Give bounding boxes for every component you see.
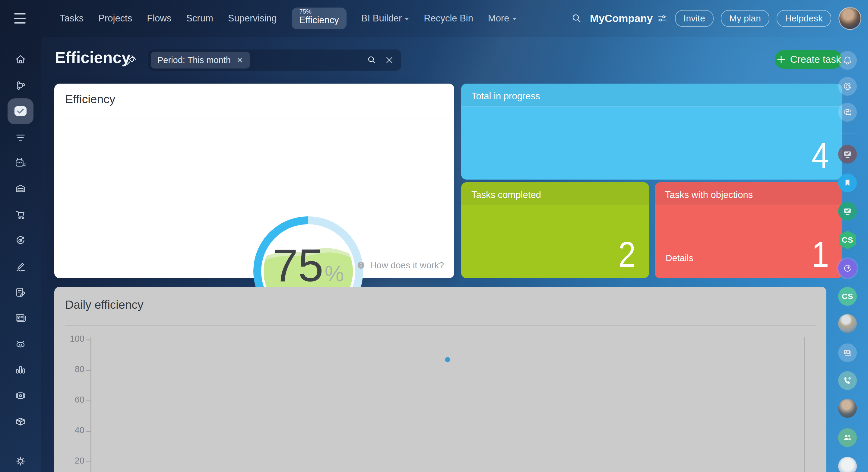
- sidebar-item-settings[interactable]: [14, 455, 27, 468]
- notifications-bell-icon[interactable]: [838, 51, 857, 70]
- efficiency-card-title: Efficiency: [65, 93, 115, 106]
- y-tick-label: 80: [65, 364, 85, 374]
- sidebar-item-id-card[interactable]: [14, 312, 27, 324]
- sidebar-item-reports[interactable]: [14, 363, 27, 376]
- helpdesk-button[interactable]: Helpdesk: [777, 10, 831, 27]
- total-in-progress-title: Total in progress: [471, 91, 540, 102]
- sidebar-item-bot[interactable]: [14, 338, 27, 350]
- app-monitor-check-green-icon[interactable]: [838, 202, 857, 220]
- sidebar-item-signature[interactable]: [14, 260, 27, 273]
- chart-data-point[interactable]: [445, 357, 450, 362]
- nav-item-bi-builder[interactable]: BI Builder: [361, 13, 409, 24]
- hamburger-menu-icon[interactable]: [14, 13, 26, 24]
- efficiency-percent-badge: 75%: [300, 8, 312, 15]
- tasks-with-objections-card[interactable]: Tasks with objections Details 1: [655, 182, 842, 278]
- main-menu: Tasks Projects Flows Scrum Supervising 7…: [60, 0, 517, 37]
- sidebar-item-documents[interactable]: [14, 286, 27, 299]
- nav-item-more[interactable]: More: [488, 13, 517, 24]
- sidebar-item-package[interactable]: [14, 415, 27, 428]
- daily-efficiency-title: Daily efficiency: [65, 298, 143, 312]
- cat-avatar[interactable]: [838, 457, 857, 472]
- cs-circle-badge[interactable]: CS: [838, 287, 857, 306]
- sidebar-item-planning[interactable]: [14, 157, 27, 169]
- rail-divider: [840, 133, 855, 134]
- create-task-button[interactable]: Create task: [775, 50, 842, 69]
- right-rail: CS CS: [838, 0, 868, 472]
- daily-efficiency-plot: [91, 340, 804, 472]
- invite-button[interactable]: Invite: [675, 10, 714, 27]
- chevron-down-icon: [405, 18, 409, 20]
- sidebar-item-tasks-active[interactable]: [7, 98, 33, 124]
- pin-icon[interactable]: [124, 54, 137, 67]
- sidebar-item-home[interactable]: [14, 53, 27, 66]
- tasks-completed-card[interactable]: Tasks completed 2: [461, 182, 649, 278]
- page-title: Efficiency: [55, 48, 130, 67]
- how-does-it-work-link[interactable]: How does it work?: [356, 260, 444, 270]
- y-tick-label: 100: [65, 334, 85, 344]
- top-nav-right: MyCompany Invite My plan Helpdesk: [570, 0, 861, 37]
- tasks-completed-title: Tasks completed: [471, 189, 541, 200]
- sidebar-item-cart[interactable]: [14, 208, 27, 221]
- left-sidebar: [0, 37, 41, 472]
- task-check-icon: [13, 105, 27, 117]
- sidebar-item-goals[interactable]: [14, 234, 27, 246]
- team-people-icon[interactable]: [838, 428, 857, 447]
- sidebar-item-camera[interactable]: [14, 389, 27, 402]
- phone-icon[interactable]: [838, 371, 857, 390]
- chevron-down-icon: [513, 18, 517, 20]
- filter-bar[interactable]: Period: This month: [148, 50, 401, 70]
- efficiency-card: Efficiency 75% How does it work?: [54, 84, 454, 278]
- filter-clear-icon[interactable]: [384, 55, 395, 65]
- app-monitor-check-muted-icon[interactable]: [838, 145, 857, 164]
- nav-item-efficiency-active[interactable]: 75% Efficiency: [292, 7, 346, 29]
- cs-hexagon-badge[interactable]: CS: [838, 231, 857, 249]
- tasks-with-objections-title: Tasks with objections: [665, 189, 753, 200]
- chip-close-icon[interactable]: [236, 56, 243, 64]
- sidebar-item-filters[interactable]: [14, 131, 27, 144]
- contact-card-icon[interactable]: [838, 344, 857, 362]
- nav-item-scrum[interactable]: Scrum: [186, 13, 213, 24]
- bookmark-icon[interactable]: [838, 174, 857, 192]
- nav-item-flows[interactable]: Flows: [147, 13, 171, 24]
- gauge-value: 75%: [253, 242, 363, 288]
- info-icon: [356, 261, 366, 270]
- top-nav: Tasks Projects Flows Scrum Supervising 7…: [0, 0, 868, 37]
- my-plan-button[interactable]: My plan: [721, 10, 769, 27]
- company-switcher[interactable]: MyCompany: [590, 12, 668, 25]
- details-link[interactable]: Details: [665, 253, 693, 263]
- ai-assistant-icon[interactable]: [838, 77, 857, 96]
- chat-transfer-icon[interactable]: [838, 103, 857, 122]
- total-in-progress-card[interactable]: Total in progress 4: [461, 84, 842, 180]
- member-avatar[interactable]: [838, 314, 857, 333]
- y-tick-label: 40: [65, 425, 85, 435]
- filter-chip-period[interactable]: Period: This month: [151, 52, 250, 68]
- nav-item-tasks[interactable]: Tasks: [60, 13, 84, 24]
- sidebar-item-warehouse[interactable]: [14, 182, 27, 195]
- nav-item-supervising[interactable]: Supervising: [228, 13, 277, 24]
- y-tick-label: 60: [65, 395, 85, 405]
- nav-item-projects[interactable]: Projects: [98, 13, 132, 24]
- nav-item-recycle-bin[interactable]: Recycle Bin: [424, 13, 473, 24]
- sliders-icon: [657, 13, 668, 24]
- filter-search-icon[interactable]: [366, 54, 378, 66]
- ai-sparkle-purple-icon[interactable]: [838, 259, 857, 278]
- plus-icon: [776, 55, 786, 64]
- total-in-progress-value: 4: [812, 138, 829, 174]
- tasks-completed-value: 2: [618, 237, 636, 272]
- sidebar-item-contacts[interactable]: [14, 79, 27, 92]
- member-avatar[interactable]: [838, 399, 857, 418]
- tasks-with-objections-value: 1: [812, 237, 829, 272]
- search-icon[interactable]: [570, 12, 583, 25]
- y-tick-label: 20: [65, 456, 85, 466]
